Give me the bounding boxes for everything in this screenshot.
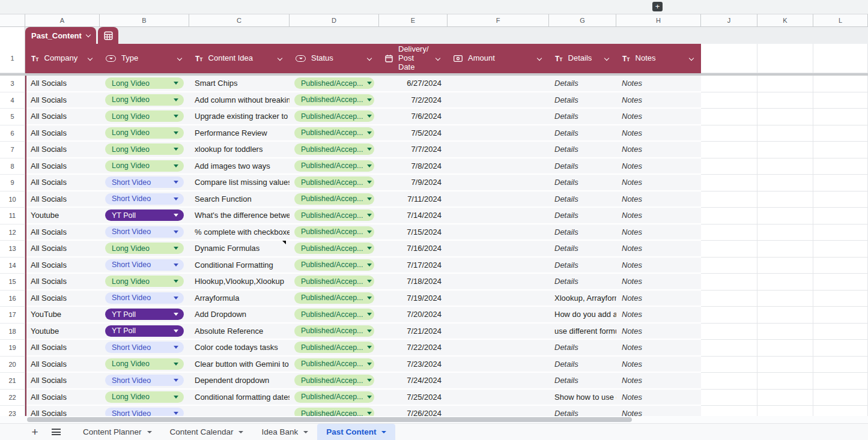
empty-cell[interactable] [813, 125, 868, 142]
type-cell[interactable]: Long Video [100, 109, 189, 125]
empty-cell[interactable] [813, 142, 868, 158]
type-dropdown-chip[interactable]: Short Video [105, 226, 184, 238]
details-cell[interactable]: Details [549, 373, 616, 390]
content-idea-cell[interactable]: Arrayformula [189, 291, 290, 307]
empty-cell[interactable] [757, 175, 813, 191]
empty-cell[interactable] [701, 324, 757, 340]
status-cell[interactable]: Published/Accep... [290, 76, 379, 92]
content-idea-cell[interactable]: Clear button with Gemini to c [189, 357, 290, 373]
empty-cell[interactable] [701, 307, 757, 324]
amount-cell[interactable] [448, 191, 549, 208]
column-letter-e[interactable]: E [379, 14, 448, 27]
sheet-tab-content-planner[interactable]: Content Planner [74, 424, 161, 440]
notes-cell[interactable]: Notes [616, 258, 701, 274]
company-cell[interactable]: All Socials [25, 373, 100, 390]
status-cell[interactable]: Published/Accep... [290, 92, 379, 109]
column-letter-b[interactable]: B [100, 14, 189, 27]
notes-cell[interactable]: Notes [616, 390, 701, 406]
status-dropdown-chip[interactable]: Published/Accep... [294, 143, 374, 155]
empty-cell[interactable] [813, 390, 868, 406]
empty-cell[interactable] [757, 191, 813, 208]
chevron-down-icon[interactable] [604, 55, 609, 60]
empty-cell[interactable] [701, 291, 757, 307]
type-cell[interactable]: Long Video [100, 390, 189, 406]
row-number-1[interactable]: 1 [0, 44, 25, 73]
company-cell[interactable]: All Socials [25, 76, 100, 92]
row-number[interactable]: 17 [0, 307, 25, 324]
empty-cell[interactable] [813, 324, 868, 340]
amount-cell[interactable] [448, 340, 549, 357]
column-letter-d[interactable]: D [290, 14, 379, 27]
empty-cell[interactable] [701, 373, 757, 390]
notes-cell[interactable]: Notes [616, 373, 701, 390]
column-header-company[interactable]: TTCompany [25, 44, 100, 73]
chevron-down-icon[interactable] [537, 55, 542, 60]
row-number[interactable]: 9 [0, 175, 25, 191]
status-cell[interactable]: Published/Accep... [290, 357, 379, 373]
empty-cell[interactable] [701, 274, 757, 291]
date-cell[interactable]: 6/27/2024 [379, 76, 448, 92]
type-cell[interactable]: Long Video [100, 92, 189, 109]
status-dropdown-chip[interactable]: Published/Accep... [294, 176, 374, 188]
column-header-type[interactable]: Type [100, 44, 189, 73]
details-cell[interactable]: use different formul [549, 324, 616, 340]
empty-cell[interactable] [757, 125, 813, 142]
empty-cell[interactable] [813, 76, 868, 92]
content-idea-cell[interactable]: Add Dropdown [189, 307, 290, 324]
details-cell[interactable]: Details [549, 142, 616, 158]
empty-cell[interactable] [813, 191, 868, 208]
content-idea-cell[interactable]: Compare list missing values [189, 175, 290, 191]
empty-cell[interactable] [813, 258, 868, 274]
company-cell[interactable]: All Socials [25, 92, 100, 109]
row-number[interactable]: 14 [0, 258, 25, 274]
empty-cell[interactable] [757, 225, 813, 241]
empty-cell[interactable] [757, 307, 813, 324]
status-dropdown-chip[interactable]: Published/Accep... [294, 110, 374, 122]
content-idea-cell[interactable]: Performance Review [189, 125, 290, 142]
type-dropdown-chip[interactable]: Long Video [105, 160, 184, 172]
company-cell[interactable]: All Socials [25, 241, 100, 258]
type-dropdown-chip[interactable]: Long Video [105, 77, 184, 89]
company-cell[interactable]: All Socials [25, 175, 100, 191]
column-letter-l[interactable]: L [813, 14, 868, 27]
row-number[interactable]: 20 [0, 357, 25, 373]
column-letter-a[interactable]: A [25, 14, 100, 27]
row-number[interactable]: 12 [0, 225, 25, 241]
row-number[interactable]: 10 [0, 191, 25, 208]
empty-cell[interactable] [701, 158, 757, 175]
content-idea-cell[interactable]: Add images two ways [189, 158, 290, 175]
company-cell[interactable]: All Socials [25, 225, 100, 241]
notes-cell[interactable]: Notes [616, 324, 701, 340]
content-idea-cell[interactable]: Absolute Reference [189, 324, 290, 340]
empty-cell[interactable] [757, 324, 813, 340]
details-cell[interactable]: Details [549, 241, 616, 258]
company-cell[interactable]: All Socials [25, 142, 100, 158]
notes-cell[interactable]: Notes [616, 191, 701, 208]
row-number[interactable]: 4 [0, 92, 25, 109]
table-options-tab[interactable] [98, 27, 118, 44]
notes-cell[interactable]: Notes [616, 357, 701, 373]
type-cell[interactable]: YT Poll [100, 307, 189, 324]
empty-cell[interactable] [757, 274, 813, 291]
status-dropdown-chip[interactable]: Published/Accep... [294, 226, 374, 238]
empty-cell[interactable] [701, 92, 757, 109]
type-cell[interactable]: Short Video [100, 258, 189, 274]
status-cell[interactable]: Published/Accep... [290, 109, 379, 125]
empty-cell[interactable] [701, 357, 757, 373]
chevron-down-icon[interactable] [303, 431, 308, 433]
type-dropdown-chip[interactable]: Short Video [105, 292, 184, 304]
type-cell[interactable]: Short Video [100, 373, 189, 390]
chevron-down-icon[interactable] [86, 32, 91, 37]
column-letter-h[interactable]: H [616, 14, 701, 27]
status-cell[interactable]: Published/Accep... [290, 274, 379, 291]
notes-cell[interactable]: Notes [616, 175, 701, 191]
type-cell[interactable]: Long Video [100, 241, 189, 258]
date-cell[interactable]: 7/8/2024 [379, 158, 448, 175]
amount-cell[interactable] [448, 225, 549, 241]
empty-cell[interactable] [813, 241, 868, 258]
notes-cell[interactable]: Notes [616, 76, 701, 92]
empty-cell[interactable] [813, 373, 868, 390]
empty-cell[interactable] [813, 208, 868, 225]
type-cell[interactable]: Short Video [100, 175, 189, 191]
empty-cell[interactable] [757, 142, 813, 158]
